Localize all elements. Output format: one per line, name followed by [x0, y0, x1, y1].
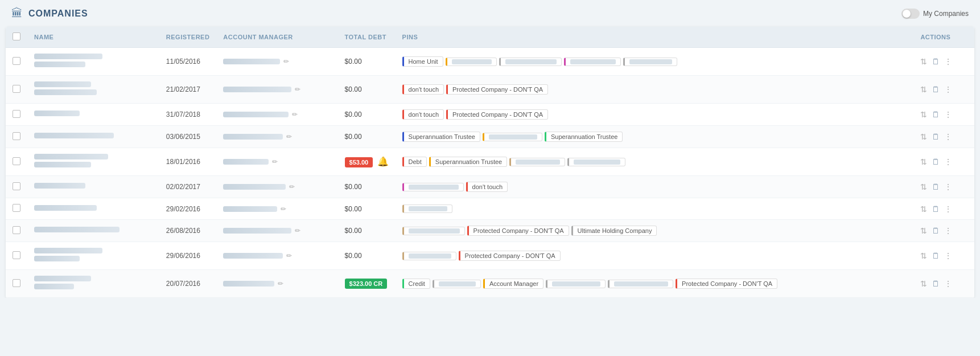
row-checkbox-cell	[6, 76, 27, 104]
edit-icon[interactable]: ✏	[295, 227, 300, 235]
edit-icon[interactable]: ✏	[286, 133, 292, 141]
download-action-icon[interactable]: 🗒	[932, 251, 940, 260]
more-action-icon[interactable]: ⋮	[944, 110, 952, 119]
row-name	[27, 220, 159, 242]
row-checkbox-cell	[6, 270, 27, 298]
row-total-debt: $0.00	[338, 176, 396, 198]
row-checkbox-cell	[6, 176, 27, 198]
row-checkbox[interactable]	[13, 132, 20, 140]
row-total-debt: $0.00	[338, 76, 396, 104]
sort-action-icon[interactable]: ⇅	[920, 251, 927, 260]
pin-tag: Protected Company - DON'T QA	[676, 279, 777, 289]
sort-action-icon[interactable]: ⇅	[920, 226, 927, 235]
row-total-debt: $0.00	[338, 48, 396, 76]
pin-blurred	[499, 58, 562, 66]
pin-tag: don't touch	[402, 109, 444, 120]
row-name	[27, 48, 159, 76]
table-row: 02/02/2017 ✏ $0.00 don't touch ⇅ 🗒 ⋮	[6, 176, 974, 198]
sort-action-icon[interactable]: ⇅	[920, 279, 927, 288]
row-pins: don't touch	[396, 176, 914, 198]
pin-tag: Account Manager	[483, 279, 543, 289]
more-action-icon[interactable]: ⋮	[944, 279, 952, 288]
more-action-icon[interactable]: ⋮	[944, 85, 952, 94]
row-name	[27, 176, 159, 198]
edit-icon[interactable]: ✏	[283, 58, 289, 66]
download-action-icon[interactable]: 🗒	[932, 182, 940, 191]
sort-action-icon[interactable]: ⇅	[920, 110, 927, 119]
edit-icon[interactable]: ✏	[295, 85, 300, 93]
companies-table: NAME REGISTERED ACCOUNT MANAGER TOTAL DE…	[6, 27, 974, 298]
edit-icon[interactable]: ✏	[286, 252, 292, 260]
row-checkbox[interactable]	[13, 157, 20, 165]
download-action-icon[interactable]: 🗒	[932, 85, 940, 94]
more-action-icon[interactable]: ⋮	[944, 157, 952, 166]
edit-icon[interactable]: ✏	[289, 183, 295, 191]
sort-action-icon[interactable]: ⇅	[920, 85, 927, 94]
more-action-icon[interactable]: ⋮	[944, 182, 952, 191]
row-account-manager: ✏	[216, 176, 337, 198]
pin-tag: Superannuation Trustee	[429, 157, 507, 167]
row-checkbox[interactable]	[13, 182, 20, 190]
row-pins	[396, 198, 914, 220]
edit-icon[interactable]: ✏	[281, 205, 286, 213]
header-total-debt: TOTAL DEBT	[338, 27, 396, 48]
row-total-debt: $0.00	[338, 198, 396, 220]
download-action-icon[interactable]: 🗒	[932, 279, 940, 288]
row-account-manager: ✏	[216, 242, 337, 270]
row-registered: 21/02/2017	[159, 76, 217, 104]
row-name	[27, 242, 159, 270]
more-action-icon[interactable]: ⋮	[944, 132, 952, 141]
more-action-icon[interactable]: ⋮	[944, 226, 952, 235]
edit-icon[interactable]: ✏	[292, 111, 298, 118]
sort-action-icon[interactable]: ⇅	[920, 204, 927, 214]
row-total-debt: $0.00	[338, 126, 396, 148]
row-actions: ⇅ 🗒 ⋮	[913, 76, 974, 104]
row-pins: Superannuation Trustee Superannuation Tr…	[396, 126, 914, 148]
pin-blurred	[483, 133, 542, 141]
row-actions: ⇅ 🗒 ⋮	[913, 176, 974, 198]
download-action-icon[interactable]: 🗒	[932, 204, 940, 214]
row-pins: DebtSuperannuation Trustee	[396, 148, 914, 176]
row-pins: Protected Company - DON'T QA	[396, 242, 914, 270]
pin-tag: Superannuation Trustee	[402, 132, 480, 142]
sort-action-icon[interactable]: ⇅	[920, 57, 927, 66]
row-account-manager: ✏	[216, 270, 337, 298]
companies-icon: 🏛	[11, 7, 23, 20]
toggle-switch[interactable]	[901, 9, 920, 19]
download-action-icon[interactable]: 🗒	[932, 57, 940, 66]
my-companies-toggle[interactable]: My Companies	[901, 9, 969, 19]
row-checkbox[interactable]	[13, 57, 20, 65]
download-action-icon[interactable]: 🗒	[932, 132, 940, 141]
more-action-icon[interactable]: ⋮	[944, 204, 952, 214]
row-total-debt: $0.00	[338, 220, 396, 242]
download-action-icon[interactable]: 🗒	[932, 226, 940, 235]
row-account-manager: ✏	[216, 198, 337, 220]
edit-icon[interactable]: ✏	[272, 158, 278, 166]
row-registered: 18/01/2016	[159, 148, 217, 176]
row-actions: ⇅ 🗒 ⋮	[913, 104, 974, 126]
row-checkbox[interactable]	[13, 251, 20, 259]
edit-icon[interactable]: ✏	[278, 280, 283, 288]
sort-action-icon[interactable]: ⇅	[920, 132, 927, 141]
row-checkbox[interactable]	[13, 204, 20, 212]
sort-action-icon[interactable]: ⇅	[920, 157, 927, 166]
row-checkbox[interactable]	[13, 226, 20, 234]
row-checkbox[interactable]	[13, 85, 20, 93]
row-name	[27, 270, 159, 298]
more-action-icon[interactable]: ⋮	[944, 57, 952, 66]
table-row: 31/07/2018 ✏ $0.00don't touchProtected C…	[6, 104, 974, 126]
row-checkbox[interactable]	[13, 279, 20, 287]
row-checkbox-cell	[6, 220, 27, 242]
pin-tag: Home Unit	[402, 56, 443, 67]
download-action-icon[interactable]: 🗒	[932, 110, 940, 119]
download-action-icon[interactable]: 🗒	[932, 157, 940, 166]
pin-tag: don't touch	[466, 182, 508, 192]
select-all-checkbox[interactable]	[13, 32, 20, 40]
more-action-icon[interactable]: ⋮	[944, 251, 952, 260]
row-checkbox[interactable]	[13, 110, 20, 118]
page-title: COMPANIES	[28, 9, 88, 19]
row-total-debt: $323.00 CR	[338, 270, 396, 298]
sort-action-icon[interactable]: ⇅	[920, 182, 927, 191]
row-registered: 03/06/2015	[159, 126, 217, 148]
pin-blurred	[402, 204, 452, 213]
